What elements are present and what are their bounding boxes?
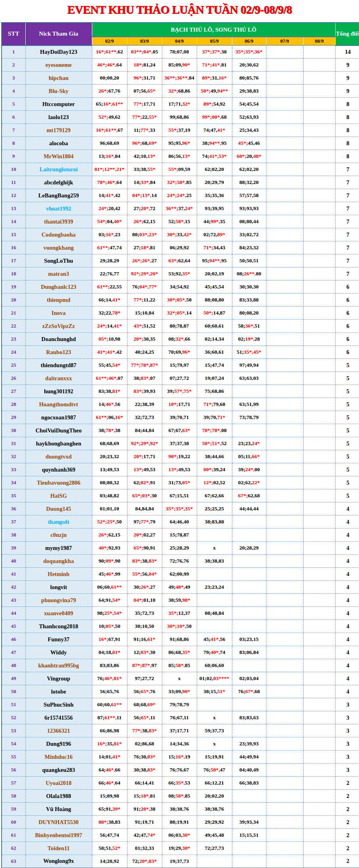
day-cell-02-9: 56;65,76: [92, 685, 127, 698]
total-cell: 4: [335, 659, 359, 672]
day-cell-07-9: [266, 542, 303, 555]
day-cell-08-9: [303, 659, 335, 672]
day-cell-07-9: [266, 346, 303, 359]
total-cell: 4: [335, 620, 359, 633]
day-cell-03-9: 56;65*,11: [127, 711, 162, 724]
nick-cell: quangkeu283: [25, 764, 92, 777]
day-cell-08-9: [303, 59, 335, 72]
day-cell-07-9: [266, 711, 303, 724]
day-cell-04-9: 33;09,90*: [162, 685, 197, 698]
day-cell-02-9: 14;20,92: [92, 855, 127, 868]
day-cell-06-9: 88;32,20: [232, 176, 266, 189]
day-cell-08-9: [303, 215, 335, 228]
day-cell-03-9: 91;20*,38: [127, 803, 162, 816]
day-cell-02-9: 78*;46*,64: [92, 176, 127, 189]
day-cell-08-9: [303, 542, 335, 555]
total-cell: 2: [335, 855, 359, 868]
stt-cell: 30: [2, 424, 25, 437]
day-cell-03-9: 92*;29*,92*: [127, 437, 162, 450]
table-row: 23Doanchunghd05*;10,9820*;30,3508;32*,66…: [2, 333, 359, 346]
day-cell-03-9: 26*;26*,27: [127, 254, 162, 267]
day-cell-06-9: [232, 515, 266, 529]
day-cell-07-9: [266, 529, 303, 542]
day-cell-08-9: [303, 111, 335, 124]
table-row: 25thiendungtd8755;45,54*77*;78*,87*15;79…: [2, 359, 359, 372]
nick-cell: HayDoiDay123: [25, 45, 92, 59]
day-cell-07-9: [266, 437, 303, 450]
day-cell-03-9: 56;65*,76: [127, 685, 162, 698]
day-cell-07-9: [266, 502, 303, 515]
day-cell-05-9: 89*;31,16*: [197, 72, 232, 85]
day-cell-05-9: 60;06,60: [197, 659, 232, 672]
day-cell-08-9: [303, 202, 335, 215]
table-row: 39mymy198740*;92,9365*;90,9125;28,29x20;…: [2, 542, 359, 555]
day-cell-07-9: [266, 150, 303, 163]
nick-cell: vuongkhang: [25, 241, 92, 254]
day-cell-08-9: [303, 555, 335, 568]
day-cell-08-9: [303, 698, 335, 711]
column-header-group: BẠCH THỦ LÔ, SONG THỦ LÔ: [92, 23, 335, 37]
table-row: 31haykhongbanghen68;68,6992*;29*,92*37;3…: [2, 437, 359, 450]
date-header-04-9: 04/9: [162, 37, 197, 45]
day-cell-03-9: 84;44,84: [127, 424, 162, 437]
total-cell: 9: [335, 59, 359, 72]
nick-cell: HaiSG: [25, 489, 92, 502]
total-cell: 5: [335, 398, 359, 411]
day-cell-04-9: 30*;05*,50: [162, 294, 197, 307]
day-cell-07-9: [266, 333, 303, 346]
day-cell-05-9: 76;50*,47: [197, 764, 232, 777]
table-row: 41Hetminh45;46*,9955*;56,04*62;00,994: [2, 568, 359, 581]
day-cell-04-9: 30*;33,42*: [162, 228, 197, 241]
day-cell-03-9: 43*;51,52: [127, 320, 162, 333]
day-cell-02-9: 04;18,81*: [92, 646, 127, 659]
day-cell-08-9: [303, 764, 335, 777]
day-cell-07-9: [266, 241, 303, 254]
day-cell-08-9: [303, 777, 335, 790]
date-header-05-9: 05/9: [197, 37, 232, 45]
day-cell-04-9: 38;38,76: [162, 803, 197, 816]
day-cell-07-9: [266, 476, 303, 489]
table-row: 35HaiSG03;48,8265*;03*,3067;15,5167;62,6…: [2, 489, 359, 502]
day-cell-07-9: [266, 202, 303, 215]
day-cell-06-9: 60*;20,48*: [232, 150, 266, 163]
day-cell-06-9: 62;02,20: [232, 163, 266, 176]
day-cell-03-9: 91;19,71: [127, 816, 162, 829]
day-cell-03-9: 11;77*,33: [127, 124, 162, 137]
total-cell: 8: [335, 137, 359, 150]
day-cell-08-9: [303, 267, 335, 280]
day-cell-06-9: 97;49,94: [232, 359, 266, 372]
day-cell-03-9: 77*;17,71: [127, 98, 162, 111]
total-cell: 5: [335, 437, 359, 450]
day-cell-07-9: [266, 816, 303, 829]
table-row: 27hung30119283;38,81*83*;39,9339;57*,75*…: [2, 385, 359, 398]
day-cell-04-9: 66;35*,53: [162, 777, 197, 790]
day-cell-07-9: [266, 294, 303, 307]
stt-cell: 1: [2, 45, 25, 59]
day-cell-02-9: 14;41*,42: [92, 189, 127, 202]
stt-cell: 55: [2, 750, 25, 764]
day-cell-07-9: [266, 633, 303, 646]
day-cell-05-9: 00*;39,24: [197, 463, 232, 476]
table-row: 50lotobe56;65,7656;65*,7633;09,90*38;15,…: [2, 685, 359, 698]
stt-cell: 46: [2, 633, 25, 646]
day-cell-06-9: 80;08,20: [232, 307, 266, 320]
day-cell-08-9: [303, 411, 335, 424]
nick-cell: Wonglong9x: [25, 855, 92, 868]
day-cell-05-9: 71*;34,43: [197, 241, 232, 254]
day-cell-02-9: 03;16*,23: [92, 228, 127, 241]
day-cell-02-9: 76;46*,81*: [92, 672, 127, 685]
day-cell-08-9: [303, 607, 335, 620]
day-cell-07-9: [266, 555, 303, 568]
nick-cell: Widdy: [25, 646, 92, 659]
nick-cell: SuPhucSinh: [25, 698, 92, 711]
day-cell-02-9: 13;49,53: [92, 463, 127, 476]
stt-cell: 45: [2, 620, 25, 633]
day-cell-02-9: 10;05*,50: [92, 620, 127, 633]
day-cell-06-9: 25;34,43: [232, 124, 266, 137]
nick-cell: mt179129: [25, 124, 92, 137]
day-cell-07-9: [266, 85, 303, 98]
nick-cell: thangsdt: [25, 515, 92, 529]
nick-cell: phuongvina79: [25, 594, 92, 607]
stt-cell: 49: [2, 672, 25, 685]
day-cell-05-9: [197, 594, 232, 607]
